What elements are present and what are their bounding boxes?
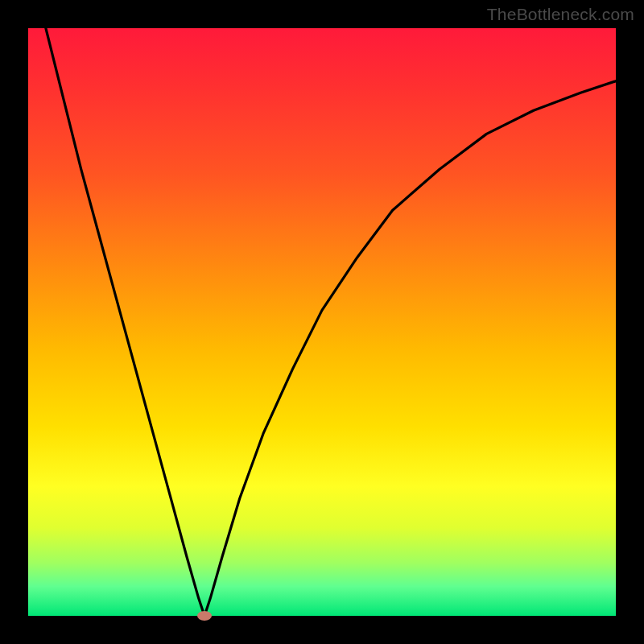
minimum-marker-icon — [197, 611, 212, 621]
bottleneck-curve-svg — [28, 28, 616, 616]
bottleneck-curve-path — [46, 28, 616, 616]
watermark-text: TheBottleneck.com — [487, 5, 634, 24]
